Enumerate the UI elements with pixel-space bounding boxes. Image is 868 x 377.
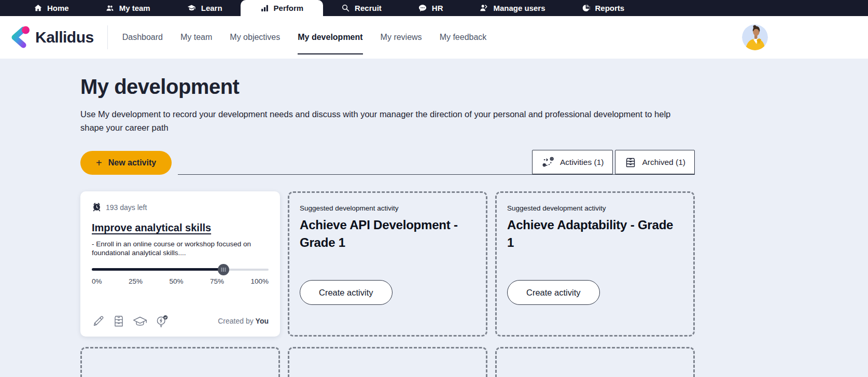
learning-button[interactable] (132, 314, 148, 328)
graduation-cap-outline-icon (132, 322, 148, 329)
graduation-cap-icon (187, 4, 197, 12)
activity-description: - Enroll in an online course or workshop… (92, 240, 269, 258)
user-avatar[interactable] (742, 24, 768, 50)
tab-activities-label: Activities (1) (560, 158, 604, 167)
tab-activities[interactable]: Activities (1) (532, 150, 613, 174)
nav-item-label: Recruit (355, 4, 382, 12)
bar-chart-icon (260, 4, 269, 12)
header-divider (107, 25, 108, 49)
progress-slider (92, 264, 269, 275)
nav-item-reports[interactable]: Reports (564, 0, 643, 16)
nav-item-label: Learn (201, 4, 222, 12)
nav-item-label: My team (119, 4, 150, 12)
brand-name: Kallidus (35, 29, 94, 46)
nav-link-dashboard[interactable]: Dashboard (122, 16, 163, 59)
brand-logo[interactable]: Kallidus (8, 24, 94, 50)
progress-label: 100% (250, 277, 269, 285)
suggested-title: Achieve API Development - Grade 1 (300, 216, 475, 251)
suggested-card: Suggested development activity Achieve A… (288, 191, 487, 337)
bulb-check-icon (155, 322, 170, 330)
activity-card-footer: Created by You (92, 314, 269, 328)
pie-chart-icon (582, 4, 591, 12)
person-arrow-icon (479, 4, 488, 12)
team-icon (105, 4, 115, 12)
complete-button[interactable] (155, 314, 170, 328)
nav-item-my-team[interactable]: My team (87, 0, 169, 16)
empty-placeholder-card (288, 347, 487, 377)
primary-nav: Home My team Learn Perform Recruit HR Ma… (0, 0, 868, 16)
plus-icon: + (96, 158, 102, 168)
new-activity-button[interactable]: + New activity (80, 151, 172, 175)
pencil-icon (92, 322, 105, 329)
home-icon (34, 4, 43, 12)
create-activity-button[interactable]: Create activity (507, 280, 600, 305)
nav-item-recruit[interactable]: Recruit (323, 0, 400, 16)
nav-item-home[interactable]: Home (16, 0, 87, 16)
nav-item-label: Reports (595, 4, 625, 12)
archive-drawers-icon (624, 156, 637, 169)
tab-archived-label: Archived (1) (642, 158, 685, 167)
edit-button[interactable] (92, 314, 105, 328)
magnifier-icon (341, 4, 350, 12)
alarm-clock-icon (92, 202, 102, 213)
slider-fill (92, 268, 225, 271)
nav-item-learn[interactable]: Learn (169, 0, 241, 16)
nav-item-hr[interactable]: HR (400, 0, 461, 16)
create-activity-button[interactable]: Create activity (300, 280, 393, 305)
view-tabs: Activities (1) Archived (1) (178, 150, 695, 175)
secondary-nav: Dashboard My team My objectives My devel… (122, 16, 487, 59)
days-left-text: 193 days left (106, 203, 147, 212)
created-by-value: You (256, 317, 269, 325)
progress-label: 25% (129, 277, 143, 285)
activity-title-link[interactable]: Improve analytical skills (92, 222, 211, 234)
suggested-tag: Suggested development activity (507, 204, 683, 212)
cards-grid: 193 days left Improve analytical skills … (80, 191, 695, 377)
nav-link-my-feedback[interactable]: My feedback (440, 16, 487, 59)
progress-label: 75% (210, 277, 224, 285)
days-left-row: 193 days left (92, 202, 269, 213)
kallidus-mark-icon (8, 24, 31, 50)
slider-grip-icon (223, 268, 224, 272)
slider-handle[interactable] (218, 264, 229, 275)
speech-bubble-icon (418, 4, 427, 12)
empty-placeholder-card (495, 347, 695, 377)
archive-button[interactable] (112, 314, 125, 328)
archive-icon (112, 322, 125, 329)
toolbar: + New activity Activities (1) (80, 150, 695, 175)
nav-link-my-reviews[interactable]: My reviews (381, 16, 422, 59)
progress-label: 50% (169, 277, 183, 285)
suggested-tag: Suggested development activity (300, 204, 475, 212)
page-description: Use My development to record your develo… (80, 108, 671, 134)
activity-card: 193 days left Improve analytical skills … (80, 191, 280, 337)
nav-item-label: HR (432, 4, 443, 12)
nav-item-manage-users[interactable]: Manage users (461, 0, 563, 16)
suggested-card: Suggested development activity Achieve A… (495, 191, 695, 337)
nav-item-label: Manage users (493, 4, 545, 12)
new-activity-label: New activity (108, 158, 156, 167)
nav-item-label: Perform (274, 4, 304, 12)
progress-labels: 0% 25% 50% 75% 100% (92, 277, 269, 285)
nav-link-my-objectives[interactable]: My objectives (230, 16, 280, 59)
route-plan-icon (541, 156, 555, 169)
nav-item-label: Home (47, 4, 69, 12)
tab-archived[interactable]: Archived (1) (615, 150, 695, 174)
main-content: My development Use My development to rec… (0, 59, 868, 377)
page-title: My development (80, 75, 868, 99)
app-header: Kallidus Dashboard My team My objectives… (0, 16, 868, 59)
nav-item-perform[interactable]: Perform (241, 0, 324, 16)
empty-placeholder-card (80, 347, 280, 377)
suggested-title: Achieve Adaptability - Grade 1 (507, 216, 683, 251)
nav-link-my-team[interactable]: My team (180, 16, 212, 59)
nav-link-my-development[interactable]: My development (298, 16, 362, 59)
created-by: Created by You (218, 317, 269, 325)
progress-label: 0% (92, 277, 102, 285)
